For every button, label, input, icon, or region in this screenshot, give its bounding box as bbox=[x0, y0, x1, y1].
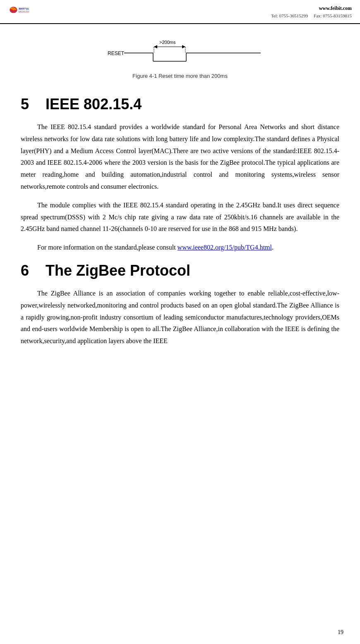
header-tel-fax: Tel: 0755-36515299 Fax: 0755-83159815 bbox=[271, 13, 352, 18]
section-5-paragraph-1: The IEEE 802.15.4 standard provides a wo… bbox=[21, 121, 339, 193]
section-5-paragraph-2: The module complies with the IEEE 802.15… bbox=[21, 199, 339, 235]
header-contact-info: www.feibit.com Tel: 0755-36515299 Fax: 0… bbox=[271, 5, 352, 18]
section-6: 6 The ZigBee Protocol The ZigBee Allianc… bbox=[21, 262, 339, 347]
tel-text: Tel: 0755-36515299 bbox=[271, 13, 308, 18]
figure-section: RESET >200ms Figure 4-1 Reset time more … bbox=[0, 24, 360, 83]
svg-text:>200ms: >200ms bbox=[159, 40, 176, 45]
section-6-title: The ZigBee Protocol bbox=[46, 262, 190, 279]
company-logo: 深圳市飞比电子科技有限公司 FEIBIT ELECTRONIC TECHNOLO… bbox=[8, 3, 29, 20]
section-5-heading: 5 IEEE 802.15.4 bbox=[21, 96, 339, 113]
page-number: 19 bbox=[338, 629, 343, 636]
svg-marker-13 bbox=[154, 45, 157, 48]
svg-marker-14 bbox=[182, 45, 185, 48]
section-5-p3-after-link: . bbox=[272, 244, 274, 251]
section-6-number: 6 bbox=[21, 262, 29, 279]
svg-text:深圳市飞比电子科技有限公司: 深圳市飞比电子科技有限公司 bbox=[19, 7, 29, 10]
section-6-heading: 6 The ZigBee Protocol bbox=[21, 262, 339, 279]
section-5-p3-before-link: For more information on the standard,ple… bbox=[37, 244, 178, 251]
svg-text:RESET: RESET bbox=[108, 50, 125, 56]
section-5-title: IEEE 802.15.4 bbox=[46, 96, 142, 113]
reset-diagram: RESET >200ms bbox=[87, 32, 273, 70]
header-website: www.feibit.com bbox=[271, 5, 352, 12]
main-content: 5 IEEE 802.15.4 The IEEE 802.15.4 standa… bbox=[0, 83, 360, 362]
section-5-link[interactable]: www.ieee802.org/15/pub/TG4.html bbox=[178, 244, 272, 251]
logo-icon: 深圳市飞比电子科技有限公司 FEIBIT ELECTRONIC TECHNOLO… bbox=[8, 3, 29, 20]
svg-text:FEIBIT ELECTRONIC TECHNOLOGY C: FEIBIT ELECTRONIC TECHNOLOGY CO.,LTD. bbox=[19, 11, 29, 12]
section-5: 5 IEEE 802.15.4 The IEEE 802.15.4 standa… bbox=[21, 96, 339, 254]
section-5-paragraph-3: For more information on the standard,ple… bbox=[21, 242, 339, 254]
fax-text: Fax: 0755-83159815 bbox=[314, 13, 352, 18]
section-5-number: 5 bbox=[21, 96, 29, 113]
figure-caption: Figure 4-1 Reset time more than 200ms bbox=[33, 73, 327, 79]
page-header: 深圳市飞比电子科技有限公司 FEIBIT ELECTRONIC TECHNOLO… bbox=[0, 0, 360, 24]
section-6-paragraph-1: The ZigBee Alliance is an association of… bbox=[21, 288, 339, 347]
